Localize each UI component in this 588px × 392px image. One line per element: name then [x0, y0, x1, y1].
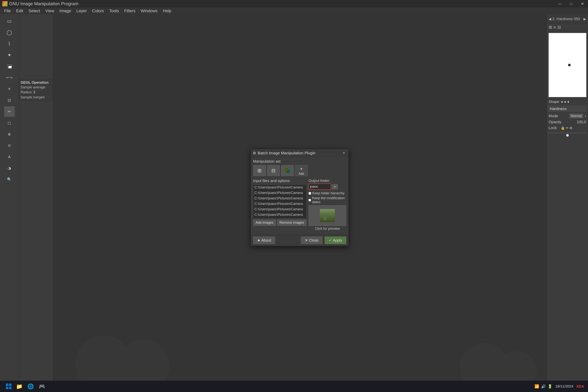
- minimize-button[interactable]: —: [554, 0, 566, 8]
- remove-images-button[interactable]: Remove images: [277, 220, 306, 226]
- hardness-value: 2. Hardness 050: [552, 17, 580, 21]
- preview-label: Click for preview: [308, 227, 346, 231]
- svg-rect-2: [6, 387, 8, 389]
- tool-ellipse-select[interactable]: ◯: [4, 27, 15, 38]
- tool-rect-select[interactable]: ▭: [4, 16, 15, 26]
- menu-windows[interactable]: Windows: [138, 8, 160, 14]
- file-item-3: C:\Users\joaoc\Pictures\Camera: [253, 196, 306, 201]
- tool-dodge[interactable]: ◑: [4, 163, 15, 174]
- volume-icon: 🔊: [541, 384, 546, 388]
- tool-eraser[interactable]: ◻: [4, 118, 15, 128]
- about-button[interactable]: ★ About: [253, 236, 275, 244]
- brush-preview-dot: [568, 64, 571, 66]
- menu-file[interactable]: File: [2, 8, 14, 14]
- apply-button[interactable]: ✓ Apply: [325, 236, 346, 244]
- gegl-title: GEGL Operation: [20, 80, 51, 84]
- tool-clone[interactable]: ⊙: [4, 140, 15, 151]
- mode-dropdown[interactable]: Normal: [569, 114, 583, 118]
- file-list[interactable]: C:\Users\joaoc\Pictures\Camera C:\Users\…: [253, 184, 307, 218]
- taskbar-explorer[interactable]: 📁: [14, 382, 24, 391]
- tool-3[interactable]: ✕: [4, 84, 15, 94]
- output-folder-label: Output folder:: [308, 179, 346, 183]
- start-button[interactable]: [4, 382, 14, 391]
- taskbar-browser[interactable]: 🌐: [26, 382, 36, 391]
- folder-field[interactable]: [308, 184, 331, 190]
- tool-paint[interactable]: ✏: [4, 106, 15, 117]
- bimp-body: Manipulation set ⊞ ⊟ 🎨 + Add: [251, 157, 348, 234]
- opacity-label: Opacity: [548, 120, 562, 124]
- tool-fuzzy-select[interactable]: ✦: [4, 50, 15, 60]
- manipulation-set-label: Manipulation set: [253, 159, 346, 164]
- tool-color-fg-bg[interactable]: [4, 61, 15, 72]
- close-button[interactable]: ✕: [577, 0, 588, 8]
- scale-icon: ⊞: [258, 168, 262, 174]
- rp-icon-1[interactable]: ⊞: [548, 25, 552, 30]
- add-images-button[interactable]: Add images: [253, 220, 276, 226]
- dialog-close-button[interactable]: ✕: [341, 150, 346, 156]
- menu-help[interactable]: Help: [160, 8, 174, 14]
- tool-fill[interactable]: ⊕: [4, 129, 15, 140]
- checkmark-icon: ✓: [329, 238, 332, 242]
- menu-filters[interactable]: Filters: [122, 8, 138, 14]
- menu-view[interactable]: View: [43, 8, 57, 14]
- files-and-output: Input files and options C:\Users\joaoc\P…: [253, 179, 346, 231]
- keep-dates-row: Keep the modification dates: [308, 196, 346, 204]
- tool-crop[interactable]: ⊡: [4, 95, 15, 106]
- gegl-options-panel: GEGL Operation Sample average Radius 3 S…: [19, 79, 53, 101]
- add-icon: +: [300, 166, 303, 172]
- hardness-section-label: Hardness: [548, 105, 587, 112]
- taskbar-app1[interactable]: 🎮: [37, 382, 47, 391]
- app-title: GNU Image Manipulation Program: [9, 1, 78, 6]
- keep-dates-label: Keep the modification dates: [312, 196, 346, 204]
- file-item-2: C:\Users\joaoc\Pictures\Camera: [253, 190, 306, 196]
- layer-indicator: [566, 134, 569, 137]
- svg-rect-1: [9, 384, 12, 386]
- manip-add[interactable]: + Add: [295, 165, 308, 176]
- hardness-label: ◀ 2. Hardness 050 ▶: [547, 14, 588, 24]
- menu-layer[interactable]: Layer: [74, 8, 89, 14]
- keep-hierarchy-row: Keep folder hierarchy: [308, 191, 346, 195]
- dialog-overlay: ⚙ Batch Image Manipulation Plugin ✕ Mani…: [53, 14, 546, 381]
- preview-box[interactable]: [308, 205, 346, 226]
- bimp-footer: ★ About ✕ Close ✓ Apply: [251, 234, 348, 246]
- network-icon: 📶: [534, 384, 539, 388]
- clock: 18/11/2024: [556, 384, 573, 388]
- close-button-footer[interactable]: ✕ Close: [301, 236, 322, 244]
- tool-text[interactable]: A: [4, 152, 15, 162]
- input-files-label: Input files and options: [253, 179, 307, 183]
- maximize-button[interactable]: □: [566, 0, 577, 8]
- svg-rect-3: [9, 387, 12, 389]
- output-folder-input: ↩: [308, 184, 346, 190]
- footer-right: ✕ Close ✓ Apply: [301, 236, 346, 244]
- rp-icon-2[interactable]: ≡: [554, 25, 556, 30]
- time-display: 18/11/2024: [556, 384, 573, 388]
- menu-select[interactable]: Select: [26, 8, 42, 14]
- keep-hierarchy-checkbox[interactable]: [308, 192, 311, 195]
- lock-icons: 🔒 ✏ ⊕: [561, 126, 572, 130]
- rp-icon-3[interactable]: ⊟: [558, 25, 561, 30]
- menu-colors[interactable]: Colors: [89, 8, 107, 14]
- brush-preview: [548, 33, 586, 97]
- file-item-5: C:\Users\joaoc\Pictures\Camera: [253, 206, 306, 212]
- dialog-icon: ⚙: [253, 151, 256, 155]
- menu-edit[interactable]: Edit: [14, 8, 26, 14]
- sample-merged: Sample merged: [20, 95, 51, 99]
- taskbar: 📁 🌐 🎮 📶 🔊 🔋 18/11/2024 XDA: [0, 381, 588, 392]
- lock-row: Lock: 🔒 ✏ ⊕: [547, 125, 588, 131]
- keep-dates-checkbox[interactable]: [308, 199, 311, 202]
- manipulation-set: ⊞ ⊟ 🎨 + Add: [253, 165, 346, 176]
- manip-curves[interactable]: 🎨: [281, 165, 294, 176]
- menu-image[interactable]: Image: [57, 8, 74, 14]
- sample-average: Sample average: [20, 85, 51, 89]
- manip-color-balance[interactable]: ⊟: [267, 165, 280, 176]
- about-label: About: [262, 238, 271, 242]
- tool-zoom[interactable]: 🔍: [4, 174, 15, 185]
- opacity-row: Opacity 100,0: [547, 119, 588, 125]
- dialog-title: Batch Image Manipulation Plugin: [258, 151, 341, 155]
- tool-lasso[interactable]: ⌇: [4, 38, 15, 49]
- folder-browse-button[interactable]: ↩: [332, 184, 338, 190]
- menu-tools[interactable]: Tools: [107, 8, 122, 14]
- star-icon: ★: [257, 238, 260, 242]
- system-tray: 📶 🔊 🔋: [534, 384, 552, 388]
- manip-scale[interactable]: ⊞: [253, 165, 266, 176]
